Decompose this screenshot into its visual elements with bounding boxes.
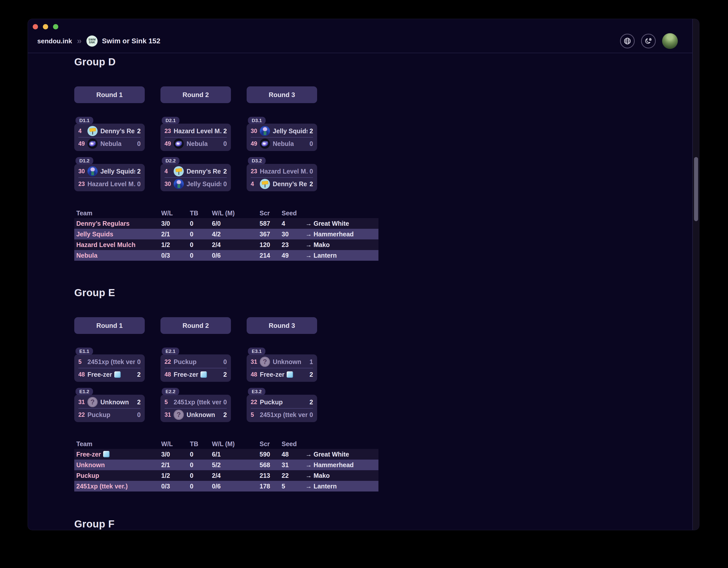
team-name: 2451xp (ttek ver.) xyxy=(174,398,221,406)
wlm-value: 2/4 xyxy=(212,241,260,249)
close-window-button[interactable] xyxy=(33,24,38,29)
wlm-value: 5/2 xyxy=(212,461,260,469)
destination-bracket: → Great White xyxy=(305,451,378,458)
match-card-link[interactable]: 23 Hazard Level M… 0 4 Denny’s Re… 2 xyxy=(247,164,317,191)
wlm-value: 0/6 xyxy=(212,252,260,259)
match-card-link[interactable]: 5 2451xp (ttek ver.) 0 48 Free-zer 2 xyxy=(74,354,145,382)
team-seed: 31 xyxy=(78,399,87,406)
team-name: Jelly Squids xyxy=(187,180,221,188)
match-team-row: 5 2451xp (ttek ver.) 0 xyxy=(74,356,145,368)
team-link[interactable]: 2451xp (ttek ver.) xyxy=(74,483,161,490)
match-card-link[interactable]: 5 2451xp (ttek ver.) 0 31 Unknown 2 xyxy=(160,395,231,422)
match-card-link[interactable]: 30 Jelly Squids 2 49 Nebula 0 xyxy=(247,124,317,151)
standings-header-row: Team W/L TB W/L (M) Scr Seed xyxy=(74,439,378,449)
team-link[interactable]: Unknown xyxy=(74,461,161,469)
round-tabs: Round 1 Round 2 Round 3 xyxy=(74,86,692,103)
team-name: Denny’s Re… xyxy=(187,168,221,175)
score-value: 214 xyxy=(260,252,282,259)
team-link[interactable]: Jelly Squids xyxy=(74,231,161,238)
match-team-row: 30 Jelly Squids 0 xyxy=(160,178,231,190)
standings-row: Nebula 0/3 0 0/6 214 49 → Lantern xyxy=(74,250,378,261)
team-seed: 49 xyxy=(78,140,87,147)
team-link[interactable]: Puckup xyxy=(74,472,161,479)
column-header: W/L xyxy=(161,210,190,217)
team-link[interactable]: Denny’s Regulars xyxy=(74,220,161,227)
match-card-link[interactable]: 31 Unknown 1 48 Free-zer 2 xyxy=(247,354,317,382)
language-globe-button[interactable] xyxy=(620,34,635,48)
match-d1-1: D1.1 4 Denny’s Re… 2 49 xyxy=(74,117,145,151)
tb-value: 0 xyxy=(190,483,212,490)
team-seed: 30 xyxy=(78,168,87,175)
match-team-row: 22 Puckup 2 xyxy=(247,396,317,408)
match-card-link[interactable]: 30 Jelly Squids 2 23 Hazard Level M… 0 xyxy=(74,164,145,191)
team-link[interactable]: Free-zer xyxy=(74,451,161,458)
match-team-row: 48 Free-zer 2 xyxy=(74,368,145,380)
column-header: TB xyxy=(190,440,212,448)
score-value: 367 xyxy=(260,231,282,238)
score-value: 120 xyxy=(260,241,282,249)
match-team-row: 22 Puckup 0 xyxy=(160,356,231,368)
match-team-row: 48 Free-zer 2 xyxy=(247,368,317,380)
team-link[interactable]: Hazard Level Mulch xyxy=(74,241,161,249)
match-card-link[interactable]: 23 Hazard Level M… 2 49 Nebula 0 xyxy=(160,124,231,151)
user-avatar[interactable] xyxy=(662,33,678,49)
match-card-link[interactable]: 31 Unknown 2 22 Puckup 0 xyxy=(74,395,145,422)
team-link[interactable]: Nebula xyxy=(74,252,161,259)
nebula-galaxy-avatar xyxy=(174,139,184,149)
match-d3-1: D3.1 30 Jelly Squids 2 49 xyxy=(247,117,317,151)
standings-table: Team W/L TB W/L (M) Scr Seed Denny’s Reg… xyxy=(74,208,378,261)
team-name: Puckup xyxy=(174,358,196,365)
round-1-column: D1.1 4 Denny’s Re… 2 49 xyxy=(74,117,145,191)
seed-value: 5 xyxy=(282,483,305,490)
team-seed: 31 xyxy=(165,411,174,418)
match-id-badge: D3.1 xyxy=(248,117,266,124)
vertical-scrollbar-thumb[interactable] xyxy=(694,157,698,221)
team-name: Hazard Level M… xyxy=(174,128,221,135)
site-link[interactable]: sendou.ink xyxy=(37,37,72,45)
round-1-column: E1.1 5 2451xp (ttek ver.) 0 48 Free-zer xyxy=(74,347,145,422)
team-name: Nebula xyxy=(100,140,121,148)
tb-value: 0 xyxy=(190,461,212,469)
nebula-galaxy-avatar xyxy=(87,139,98,149)
team-seed: 23 xyxy=(251,168,260,175)
wl-value: 0/3 xyxy=(161,252,190,259)
tb-value: 0 xyxy=(190,451,212,458)
globe-icon xyxy=(623,37,631,45)
team-seed: 22 xyxy=(251,399,260,406)
team-name: Puckup xyxy=(87,411,110,418)
tournament-logo[interactable]: SWM SNK xyxy=(86,35,98,47)
score-value: 178 xyxy=(260,483,282,490)
round-2-column: E2.1 22 Puckup 0 48 Free-zer xyxy=(160,347,231,422)
round-1-button[interactable]: Round 1 xyxy=(74,317,145,334)
wlm-value: 4/2 xyxy=(212,231,260,238)
zoom-window-button[interactable] xyxy=(53,24,58,29)
match-card-link[interactable]: 22 Puckup 0 48 Free-zer 2 xyxy=(160,354,231,382)
round-3-button[interactable]: Round 3 xyxy=(247,86,317,103)
theme-toggle-button[interactable] xyxy=(641,34,656,48)
minimize-window-button[interactable] xyxy=(43,24,48,29)
round-1-button[interactable]: Round 1 xyxy=(74,86,145,103)
team-score: 2 xyxy=(221,128,227,135)
logo-text: SNK xyxy=(89,41,95,44)
question-mark-avatar xyxy=(87,397,98,407)
team-seed: 30 xyxy=(251,128,260,135)
standings-row: Unknown 2/1 0 5/2 568 31 → Hammerhead xyxy=(74,460,378,470)
round-2-button[interactable]: Round 2 xyxy=(160,86,231,103)
match-card-link[interactable]: 4 Denny’s Re… 2 30 Jelly Squids 0 xyxy=(160,164,231,191)
wl-value: 1/2 xyxy=(161,472,190,479)
match-card-link[interactable]: 22 Puckup 2 5 2451xp (ttek ver.) 0 xyxy=(247,395,317,422)
wlm-value: 0/6 xyxy=(212,483,260,490)
round-3-button[interactable]: Round 3 xyxy=(247,317,317,334)
match-id-badge: D1.1 xyxy=(76,117,93,124)
match-grid: E1.1 5 2451xp (ttek ver.) 0 48 Free-zer xyxy=(74,347,692,422)
team-score: 0 xyxy=(221,180,227,188)
round-2-button[interactable]: Round 2 xyxy=(160,317,231,334)
jelly-squids-avatar xyxy=(260,126,270,136)
team-name: Nebula xyxy=(187,140,208,148)
ice-cube-emoji xyxy=(114,371,121,378)
match-card-link[interactable]: 4 Denny’s Re… 2 49 Nebula 0 xyxy=(74,124,145,151)
round-tabs: Round 1 Round 2 Round 3 xyxy=(74,317,692,334)
match-id-badge: D1.2 xyxy=(76,157,93,165)
team-score: 0 xyxy=(307,168,313,175)
ice-cube-emoji xyxy=(103,451,110,457)
